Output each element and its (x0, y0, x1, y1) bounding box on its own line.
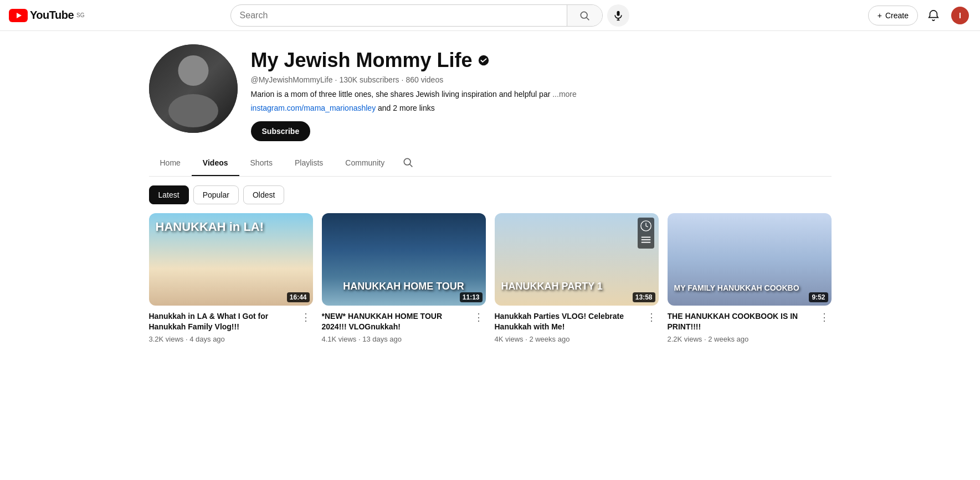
more-links: and 2 more links (378, 104, 435, 112)
plus-icon: + (878, 11, 882, 20)
tab-community[interactable]: Community (334, 151, 396, 176)
svg-rect-11 (641, 237, 650, 238)
channel-header: My Jewish Mommy Life @MyJewishMommyLife … (149, 31, 832, 150)
channel-name-row: My Jewish Mommy Life (251, 49, 832, 72)
create-label: Create (885, 11, 909, 20)
youtube-text: YouTube (30, 9, 74, 22)
video-menu-4[interactable]: ⋮ (817, 311, 832, 323)
svg-rect-13 (641, 242, 650, 243)
tab-search-icon (402, 157, 413, 168)
channel-avatar-image (149, 44, 238, 133)
svg-line-9 (410, 164, 413, 167)
user-avatar: I (951, 7, 969, 24)
video-card-4[interactable]: 9:52 THE HANUKKAH COOKBOOK IS IN PRINT!!… (668, 213, 832, 343)
playlist-icon-3 (638, 218, 654, 249)
header-center (230, 4, 629, 27)
avatar-button[interactable]: I (949, 4, 971, 27)
video-info-3: Hanukkah Parties VLOG! Celebrate Hanukka… (495, 311, 659, 343)
description-more[interactable]: ...more (552, 90, 577, 99)
channel-name: My Jewish Mommy Life (251, 49, 473, 72)
video-title-3: Hanukkah Parties VLOG! Celebrate Hanukka… (495, 311, 640, 333)
bell-icon (927, 9, 940, 22)
svg-point-2 (581, 12, 587, 18)
channel-handle: @MyJewishMommyLife (251, 75, 333, 84)
video-text-3: Hanukkah Parties VLOG! Celebrate Hanukka… (495, 311, 640, 343)
video-duration-4: 9:52 (809, 292, 828, 302)
video-card-2[interactable]: 11:13 *NEW* HANUKKAH HOME TOUR 2024!!! V… (322, 213, 486, 343)
channel-container: My Jewish Mommy Life @MyJewishMommyLife … (136, 31, 845, 361)
video-info-2: *NEW* HANUKKAH HOME TOUR 2024!!! VLOGnuk… (322, 311, 486, 343)
instagram-link[interactable]: instagram.com/mama_marionashley (251, 104, 376, 112)
channel-info: My Jewish Mommy Life @MyJewishMommyLife … (251, 44, 832, 141)
video-duration-2: 11:13 (460, 292, 483, 302)
filter-popular[interactable]: Popular (193, 185, 239, 204)
video-text-1: Hanukkah in LA & What I Got for Hanukkah… (149, 311, 294, 343)
tab-shorts[interactable]: Shorts (239, 151, 284, 176)
youtube-logo-icon (9, 9, 28, 22)
avatar-initial: I (959, 11, 961, 20)
channel-links: instagram.com/mama_marionashley and 2 mo… (251, 104, 832, 112)
video-menu-2[interactable]: ⋮ (471, 311, 486, 323)
search-icon (579, 10, 590, 21)
filter-oldest[interactable]: Oldest (243, 185, 284, 204)
verified-badge (477, 54, 490, 67)
video-title-1: Hanukkah in LA & What I Got for Hanukkah… (149, 311, 294, 333)
search-button[interactable] (567, 5, 602, 26)
video-thumbnail-4: 9:52 (668, 213, 832, 306)
tab-videos[interactable]: Videos (192, 151, 239, 176)
header-right: + Create I (868, 4, 971, 27)
video-text-4: THE HANUKKAH COOKBOOK IS IN PRINT!!!! 2.… (668, 311, 813, 343)
video-thumbnail-3: 13:58 (495, 213, 659, 306)
video-menu-1[interactable]: ⋮ (299, 311, 313, 323)
video-meta-3: 4K views · 2 weeks ago (495, 335, 640, 343)
channel-description: Marion is a mom of three little ones, sh… (251, 89, 832, 100)
video-info-1: Hanukkah in LA & What I Got for Hanukkah… (149, 311, 313, 343)
header-left: YouTube SG (9, 9, 109, 22)
video-duration-1: 16:44 (287, 292, 310, 302)
svg-rect-12 (641, 239, 650, 240)
video-card-1[interactable]: 16:44 Hanukkah in LA & What I Got for Ha… (149, 213, 313, 343)
youtube-logo[interactable]: YouTube SG (9, 9, 85, 22)
create-button[interactable]: + Create (868, 6, 918, 25)
video-title-2: *NEW* HANUKKAH HOME TOUR 2024!!! VLOGnuk… (322, 311, 467, 333)
tab-playlists[interactable]: Playlists (284, 151, 334, 176)
video-info-4: THE HANUKKAH COOKBOOK IS IN PRINT!!!! 2.… (668, 311, 832, 343)
video-meta-2: 4.1K views · 13 days ago (322, 335, 467, 343)
clock-icon (640, 220, 652, 232)
video-menu-3[interactable]: ⋮ (644, 311, 659, 323)
svg-rect-4 (617, 11, 619, 16)
notifications-button[interactable] (922, 4, 945, 27)
mic-button[interactable] (607, 4, 629, 27)
channel-avatar (149, 44, 238, 133)
video-text-2: *NEW* HANUKKAH HOME TOUR 2024!!! VLOGnuk… (322, 311, 467, 343)
video-thumbnail-1: 16:44 (149, 213, 313, 306)
svg-line-3 (587, 17, 589, 20)
svg-point-8 (404, 158, 411, 165)
channel-tabs: Home Videos Shorts Playlists Community (149, 150, 832, 177)
video-meta-1: 3.2K views · 4 days ago (149, 335, 294, 343)
channel-meta: @MyJewishMommyLife · 130K subscribers · … (251, 75, 832, 84)
video-meta-4: 2.2K views · 2 weeks ago (668, 335, 813, 343)
search-input[interactable] (231, 11, 567, 20)
filter-row: Latest Popular Oldest (149, 177, 832, 213)
channel-subscribers: 130K subscribers (339, 75, 399, 84)
video-title-4: THE HANUKKAH COOKBOOK IS IN PRINT!!!! (668, 311, 813, 333)
video-thumbnail-2: 11:13 (322, 213, 486, 306)
search-bar (230, 4, 603, 27)
channel-video-count: 860 videos (406, 75, 443, 84)
filter-latest[interactable]: Latest (149, 185, 189, 204)
video-duration-3: 13:58 (633, 292, 655, 302)
video-card-3[interactable]: 13:58 Hanukkah Parties VLOG! Celebrate H… (495, 213, 659, 343)
header: YouTube SG + Create (0, 0, 980, 31)
queue-icon (640, 234, 652, 246)
tab-search-button[interactable] (396, 150, 420, 176)
tab-home[interactable]: Home (149, 151, 192, 176)
video-grid: 16:44 Hanukkah in LA & What I Got for Ha… (149, 213, 832, 361)
subscribe-button[interactable]: Subscribe (251, 121, 311, 141)
checkmark-icon (478, 54, 490, 66)
youtube-region: SG (76, 12, 84, 18)
mic-icon (613, 10, 624, 21)
